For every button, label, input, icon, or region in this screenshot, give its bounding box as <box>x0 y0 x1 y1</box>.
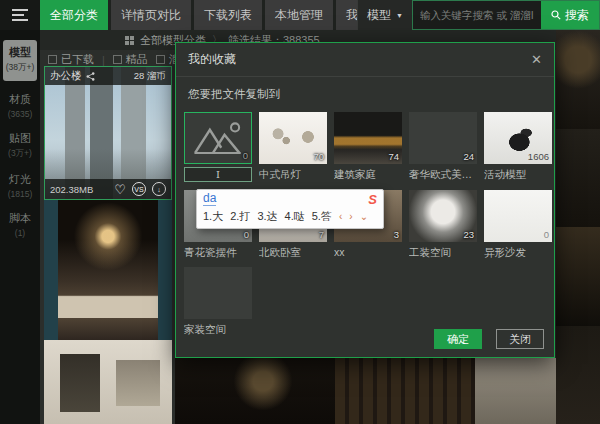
search-input[interactable] <box>413 1 541 29</box>
top-bar: 全部分类 详情页对比 下载列表 本地管理 我的收藏 模型 ▼ 搜索 <box>0 0 600 30</box>
folder-label: 北欧卧室 <box>259 246 327 259</box>
background-photo-artwork <box>44 340 172 424</box>
folder-tile[interactable]: 0 异形沙发 <box>484 190 552 259</box>
close-icon[interactable]: ✕ <box>531 52 542 67</box>
new-folder-name-input[interactable]: I <box>184 167 252 182</box>
filter-premium[interactable]: 精品 <box>113 52 148 67</box>
compare-vs-button[interactable]: VS <box>132 182 146 196</box>
background-photo-dining <box>44 200 172 340</box>
checkbox-icon[interactable] <box>48 55 57 64</box>
folder-tile-new[interactable]: 0 I <box>184 112 252 182</box>
tab-local-manage[interactable]: 本地管理 <box>265 0 333 30</box>
chevron-down-icon: ▼ <box>396 12 403 19</box>
asset-price: 28 溜币 <box>134 70 166 83</box>
folder-label: 活动模型 <box>484 168 552 181</box>
ime-candidate-2[interactable]: 2.打 <box>230 209 250 224</box>
tab-detail-compare[interactable]: 详情页对比 <box>111 0 191 30</box>
download-icon[interactable]: ↓ <box>152 182 166 196</box>
left-sidebar: 模型 (38万+) 材质 (3635) 贴图 (3万+) 灯光 (1815) 脚… <box>0 30 40 424</box>
modal-subtitle: 您要把文件复制到 <box>176 77 554 104</box>
hamburger-icon <box>12 6 28 24</box>
filter-downloaded[interactable]: 已下载 <box>48 52 94 67</box>
folder-count: 0 <box>544 229 549 240</box>
folder-label: 中式吊灯 <box>259 168 327 181</box>
folder-tile[interactable]: 24 奢华欧式美式... <box>409 112 477 182</box>
folder-label: xx <box>334 246 402 259</box>
sidebar-item-count: (1815) <box>0 189 40 199</box>
search-button-label: 搜索 <box>565 7 589 24</box>
app-window: 全部分类 详情页对比 下载列表 本地管理 我的收藏 模型 ▼ 搜索 全部模型分类 <box>0 0 600 424</box>
ime-candidate-5[interactable]: 5.答 <box>312 209 332 224</box>
folder-label: 青花瓷摆件 <box>184 246 252 259</box>
confirm-button[interactable]: 确定 <box>434 329 482 349</box>
share-icon[interactable] <box>86 72 95 81</box>
asset-title: 办公楼 <box>50 69 82 83</box>
ime-next-page-icon[interactable]: › <box>349 211 352 222</box>
sidebar-item-label: 模型 <box>3 45 37 60</box>
modal-title: 我的收藏 <box>188 51 236 68</box>
menu-toggle-button[interactable] <box>0 0 40 30</box>
ime-candidate-4[interactable]: 4.哒 <box>285 209 305 224</box>
background-photo-column <box>556 30 600 424</box>
folder-thumb[interactable]: 24 <box>409 112 477 164</box>
folder-count: 24 <box>463 151 474 162</box>
folder-thumb[interactable]: 74 <box>334 112 402 164</box>
filter-label: 精品 <box>126 52 148 67</box>
sidebar-item-count: (1) <box>0 228 40 238</box>
sidebar-item-count: (3万+) <box>0 148 40 160</box>
checkbox-icon[interactable] <box>156 55 165 64</box>
folder-label: 工装空间 <box>409 246 477 259</box>
sidebar-item-lights[interactable]: 灯光 (1815) <box>0 167 40 206</box>
background-photo <box>335 358 475 424</box>
folder-thumb[interactable]: 23 <box>409 190 477 242</box>
background-photo <box>556 227 600 326</box>
sidebar-item-models[interactable]: 模型 (38万+) <box>3 40 37 81</box>
sidebar-item-label: 脚本 <box>0 211 40 226</box>
ime-expand-icon[interactable]: ⌄ <box>360 211 368 222</box>
sidebar-item-scripts[interactable]: 脚本 (1) <box>0 206 40 245</box>
folder-tile[interactable]: 23 工装空间 <box>409 190 477 259</box>
folder-tile[interactable]: 家装空间 <box>184 267 252 336</box>
folder-tile[interactable]: 70 中式吊灯 <box>259 112 327 182</box>
favorite-heart-icon[interactable]: ♡ <box>114 183 126 196</box>
grid-icon <box>125 36 134 45</box>
checkbox-icon[interactable] <box>113 55 122 64</box>
sidebar-item-materials[interactable]: 材质 (3635) <box>0 87 40 126</box>
sidebar-item-textures[interactable]: 贴图 (3万+) <box>0 126 40 167</box>
folder-label: 奢华欧式美式... <box>409 168 477 181</box>
folder-tile[interactable]: 1606 活动模型 <box>484 112 552 182</box>
ime-candidate-1[interactable]: 1.大 <box>203 209 223 224</box>
category-dropdown-label: 模型 <box>367 7 391 24</box>
folder-count: 3 <box>394 229 399 240</box>
folder-count: 70 <box>313 151 324 162</box>
sidebar-item-label: 贴图 <box>0 131 40 146</box>
filter-divider: | <box>102 54 105 66</box>
background-photo-row <box>175 358 556 424</box>
folder-tile[interactable]: 74 建筑家庭 <box>334 112 402 182</box>
folder-thumb[interactable]: 70 <box>259 112 327 164</box>
sidebar-item-label: 材质 <box>0 92 40 107</box>
ime-composition-row: da S <box>197 190 383 207</box>
folder-label: 建筑家庭 <box>334 168 402 181</box>
tab-all-categories[interactable]: 全部分类 <box>40 0 108 30</box>
cancel-button[interactable]: 关闭 <box>496 329 544 349</box>
folder-thumb[interactable]: 1606 <box>484 112 552 164</box>
asset-file-size: 202.38MB <box>50 184 93 195</box>
folder-thumb[interactable] <box>184 267 252 319</box>
tab-download-list[interactable]: 下载列表 <box>194 0 262 30</box>
category-dropdown[interactable]: 模型 ▼ <box>357 0 412 30</box>
ime-prev-page-icon[interactable]: ‹ <box>339 211 342 222</box>
filter-label: 已下载 <box>61 52 94 67</box>
asset-card-header: 办公楼 28 溜币 <box>45 67 171 85</box>
search-button[interactable]: 搜索 <box>541 1 599 29</box>
background-photo <box>556 326 600 424</box>
folder-count: 7 <box>319 229 324 240</box>
folder-thumb[interactable]: 0 <box>484 190 552 242</box>
sidebar-item-label: 灯光 <box>0 172 40 187</box>
ime-candidate-3[interactable]: 3.达 <box>257 209 277 224</box>
sidebar-item-count: (3635) <box>0 109 40 119</box>
asset-card-office-building[interactable]: 办公楼 28 溜币 202.38MB ♡ VS ↓ <box>44 66 172 200</box>
folder-label: 家装空间 <box>184 323 252 336</box>
sidebar-item-count: (38万+) <box>3 62 37 74</box>
new-folder-thumb[interactable]: 0 <box>184 112 252 164</box>
